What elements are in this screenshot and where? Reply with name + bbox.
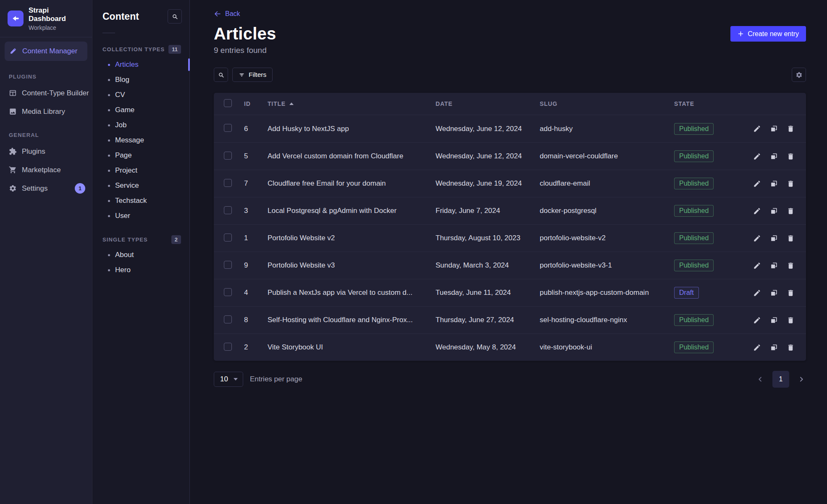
duplicate-button[interactable] (768, 342, 779, 353)
delete-button[interactable] (785, 287, 796, 298)
row-id: 2 (244, 343, 268, 352)
sidebar-section-plugins: PLUGINS (0, 74, 92, 80)
bullet-icon (108, 215, 110, 217)
filter-icon (239, 72, 245, 78)
row-checkbox[interactable] (224, 315, 232, 323)
page-number-current[interactable]: 1 (772, 371, 789, 388)
duplicate-button[interactable] (768, 205, 779, 216)
row-checkbox[interactable] (224, 261, 232, 269)
edit-button[interactable] (751, 287, 762, 298)
delete-button[interactable] (785, 178, 796, 189)
row-slug: cloudflare-email (540, 179, 674, 188)
collection-types-count: 11 (168, 45, 181, 54)
delete-button[interactable] (785, 205, 796, 216)
row-checkbox[interactable] (224, 124, 232, 132)
table-row[interactable]: 7 Cloudflare free Email for your domain … (214, 170, 806, 197)
filters-button[interactable]: Filters (232, 68, 273, 82)
collection-type-label: Articles (115, 60, 139, 69)
collection-type-item[interactable]: Job (92, 118, 189, 133)
table-row[interactable]: 8 Self-Hosting with Cloudflare and Nginx… (214, 306, 806, 333)
content-subnav: Content COLLECTION TYPES 11 Articles Blo… (92, 0, 190, 504)
table-settings-button[interactable] (792, 68, 806, 82)
table-row[interactable]: 1 Portofolio Website v2 Thursday, August… (214, 224, 806, 252)
edit-button[interactable] (751, 123, 762, 134)
edit-button[interactable] (751, 342, 762, 353)
column-header-title[interactable]: TITLE (268, 100, 436, 107)
main-content: Back Articles Create new entry 9 entries… (190, 0, 827, 504)
brand[interactable]: Strapi Dashboard Workplace (0, 0, 92, 37)
single-types-header: SINGLE TYPES 2 (92, 235, 189, 244)
table-row[interactable]: 5 Add Vercel custom domain from Cloudfla… (214, 142, 806, 170)
duplicate-icon (770, 262, 778, 270)
collection-type-item[interactable]: CV (92, 87, 189, 102)
edit-button[interactable] (751, 205, 762, 216)
row-checkbox[interactable] (224, 288, 232, 296)
table-row[interactable]: 3 Local Postgresql & pgAdmin with Docker… (214, 197, 806, 224)
list-footer: 10 Entries per page 1 (214, 371, 806, 388)
table-row[interactable]: 4 Publish a NextJs app via Vercel to cus… (214, 279, 806, 306)
edit-button[interactable] (751, 178, 762, 189)
sidebar-item-content-manager[interactable]: Content Manager (5, 42, 87, 61)
row-checkbox[interactable] (224, 206, 232, 214)
duplicate-button[interactable] (768, 315, 779, 326)
delete-button[interactable] (785, 260, 796, 271)
duplicate-button[interactable] (768, 178, 779, 189)
duplicate-button[interactable] (768, 260, 779, 271)
row-title: Self-Hosting with Cloudflare and Nginx-P… (268, 316, 436, 324)
duplicate-button[interactable] (768, 151, 779, 162)
subnav-search-button[interactable] (168, 9, 182, 24)
previous-page-button[interactable] (756, 375, 765, 384)
table-row[interactable]: 2 Vite Storybook UI Wednesday, May 8, 20… (214, 333, 806, 361)
single-type-item[interactable]: About (92, 247, 189, 262)
edit-button[interactable] (751, 151, 762, 162)
pencil-icon (753, 289, 761, 297)
duplicate-button[interactable] (768, 123, 779, 134)
column-header-date[interactable]: DATE (436, 100, 540, 107)
row-id: 6 (244, 125, 268, 133)
row-checkbox[interactable] (224, 343, 232, 351)
table-search-button[interactable] (214, 68, 228, 82)
sidebar-item-settings[interactable]: Settings 1 (0, 179, 92, 198)
column-header-slug[interactable]: SLUG (540, 100, 674, 107)
collection-type-item[interactable]: Game (92, 102, 189, 118)
bullet-icon (108, 124, 110, 126)
edit-button[interactable] (751, 260, 762, 271)
duplicate-button[interactable] (768, 287, 779, 298)
sidebar-item-plugins[interactable]: Plugins (0, 142, 92, 161)
delete-button[interactable] (785, 342, 796, 353)
duplicate-button[interactable] (768, 233, 779, 244)
select-all-checkbox[interactable] (224, 99, 232, 107)
duplicate-icon (770, 289, 778, 297)
delete-button[interactable] (785, 315, 796, 326)
collection-type-item[interactable]: Service (92, 178, 189, 193)
row-checkbox[interactable] (224, 152, 232, 160)
back-link[interactable]: Back (214, 10, 240, 18)
sidebar-item-label: Marketplace (22, 166, 61, 174)
collection-type-item[interactable]: Articles (92, 57, 189, 72)
delete-button[interactable] (785, 123, 796, 134)
page-size-select[interactable]: 10 (214, 372, 243, 387)
bullet-icon (108, 269, 110, 271)
row-checkbox[interactable] (224, 179, 232, 187)
collection-type-item[interactable]: Blog (92, 72, 189, 87)
single-type-item[interactable]: Hero (92, 262, 189, 278)
sidebar-item-media-library[interactable]: Media Library (0, 102, 92, 121)
table-row[interactable]: 9 Portofolio Website v3 Sunday, March 3,… (214, 252, 806, 279)
column-header-id[interactable]: ID (244, 100, 268, 107)
collection-type-item[interactable]: User (92, 208, 189, 223)
next-page-button[interactable] (797, 375, 806, 384)
create-new-entry-button[interactable]: Create new entry (730, 26, 806, 42)
table-row[interactable]: 6 Add Husky to NextJS app Wednesday, Jun… (214, 115, 806, 142)
edit-button[interactable] (751, 233, 762, 244)
column-header-state[interactable]: STATE (674, 100, 751, 107)
delete-button[interactable] (785, 151, 796, 162)
collection-type-item[interactable]: Project (92, 163, 189, 178)
collection-type-item[interactable]: Techstack (92, 193, 189, 208)
row-checkbox[interactable] (224, 234, 232, 242)
delete-button[interactable] (785, 233, 796, 244)
collection-type-item[interactable]: Message (92, 133, 189, 148)
edit-button[interactable] (751, 315, 762, 326)
collection-type-item[interactable]: Page (92, 148, 189, 163)
sidebar-item-marketplace[interactable]: Marketplace (0, 161, 92, 179)
sidebar-item-content-type-builder[interactable]: Content-Type Builder (0, 84, 92, 102)
